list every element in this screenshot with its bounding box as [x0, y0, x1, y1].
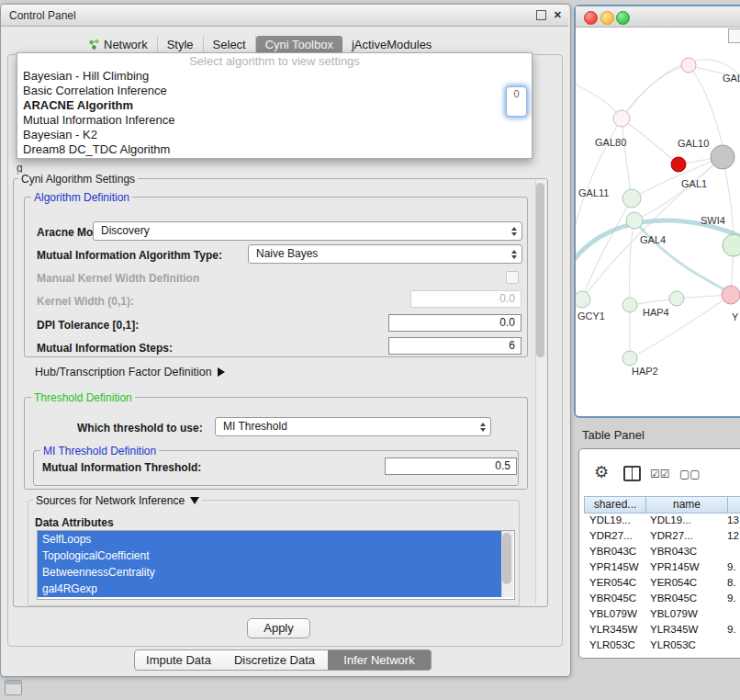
- checked-pair-icon[interactable]: ☑☑: [650, 468, 670, 480]
- aracne-mode-combo[interactable]: Discovery: [93, 221, 522, 241]
- unchecked-pair-icon[interactable]: ▢▢: [679, 468, 701, 480]
- network-node[interactable]: [722, 286, 740, 304]
- tab-style[interactable]: Style: [158, 36, 204, 53]
- tab-jactivemodules[interactable]: jActiveModules: [342, 36, 441, 53]
- table-cell[interactable]: YBR043C: [584, 544, 645, 559]
- network-canvas[interactable]: GAL80GAL10GAL11GAL1SWI4GAL4GCY1HAP4HAP2G…: [576, 27, 740, 412]
- table-cell[interactable]: 13: [725, 513, 740, 528]
- tab-infer-network[interactable]: Infer Network: [328, 649, 432, 671]
- table-row[interactable]: YBR043CYBR043C: [584, 544, 740, 559]
- network-scrollbar-button[interactable]: [728, 28, 740, 43]
- collapsed-panel-icon[interactable]: [5, 680, 22, 695]
- table-cell[interactable]: YDR27...: [584, 528, 645, 544]
- column-header[interactable]: name: [646, 496, 728, 514]
- network-node[interactable]: [626, 212, 643, 229]
- tab-discretize-data[interactable]: Discretize Data: [221, 649, 329, 671]
- table-cell[interactable]: YDR27...: [645, 528, 725, 544]
- sources-section-toggle[interactable]: Sources for Network Inference: [33, 494, 202, 507]
- table-cell[interactable]: YER054C: [584, 575, 645, 591]
- table-cell[interactable]: 8.: [725, 575, 740, 591]
- column-header[interactable]: shared...: [584, 496, 646, 514]
- table-cell[interactable]: YDL19...: [584, 513, 645, 528]
- tab-network[interactable]: Network: [79, 36, 158, 53]
- close-traffic-light[interactable]: [584, 11, 598, 25]
- dpi-tolerance-field[interactable]: 0.0: [388, 314, 521, 332]
- network-node[interactable]: [576, 291, 590, 308]
- table-cell[interactable]: [725, 544, 740, 559]
- table-cell[interactable]: YLR053C: [645, 638, 725, 650]
- table-row[interactable]: YPR145WYPR145W9.: [584, 559, 740, 575]
- close-icon[interactable]: ✕: [554, 9, 562, 21]
- popup-item[interactable]: Dream8 DC_TDC Algorithm: [17, 142, 532, 157]
- table-cell[interactable]: YLR345W: [584, 622, 645, 638]
- table-row[interactable]: YER054CYER054C8.: [584, 575, 740, 591]
- minimize-traffic-light[interactable]: [600, 11, 614, 25]
- list-item[interactable]: BetweennessCentrality: [38, 564, 505, 581]
- gear-icon[interactable]: ⚙: [594, 462, 609, 482]
- table-cell[interactable]: [725, 606, 740, 622]
- table-cell[interactable]: YPR145W: [645, 559, 725, 575]
- network-node[interactable]: [613, 110, 630, 127]
- column-header[interactable]: [728, 496, 740, 514]
- tab-select[interactable]: Select: [204, 36, 256, 53]
- table-row[interactable]: YDL19...YDL19...13: [584, 513, 740, 528]
- top-tab-bar: Network Style Select Cyni Toolbox jActiv…: [79, 35, 441, 54]
- table-cell[interactable]: [725, 638, 740, 650]
- table-row[interactable]: YBR045CYBR045C9.: [584, 591, 740, 606]
- popup-item-selected[interactable]: ARACNE Algorithm: [17, 98, 532, 113]
- hub-section-toggle[interactable]: Hub/Transcription Factor Definition: [35, 366, 225, 378]
- node-label: GAL4: [640, 234, 666, 245]
- network-node[interactable]: [723, 234, 740, 256]
- table-cell[interactable]: YLR345W: [645, 622, 725, 638]
- table-row[interactable]: YBL079WYBL079W: [584, 606, 740, 622]
- table-cell[interactable]: YDL19...: [645, 513, 725, 528]
- network-node[interactable]: [711, 145, 734, 169]
- manual-kernel-checkbox[interactable]: [506, 271, 519, 284]
- table-cell[interactable]: YBR043C: [645, 544, 725, 559]
- network-node[interactable]: [622, 189, 641, 208]
- tab-cyni-toolbox[interactable]: Cyni Toolbox: [256, 36, 342, 53]
- apply-button[interactable]: Apply: [247, 618, 310, 638]
- network-node[interactable]: [681, 58, 696, 73]
- table-row[interactable]: YDR27...YDR27...12: [584, 528, 740, 544]
- table-cell[interactable]: YER054C: [645, 575, 725, 591]
- network-node[interactable]: [622, 351, 637, 366]
- table-cell[interactable]: 12: [725, 528, 740, 544]
- mi-type-combo[interactable]: Naive Bayes: [248, 244, 522, 264]
- list-scrollbar-thumb[interactable]: [502, 533, 511, 584]
- table-cell[interactable]: YBL079W: [584, 606, 645, 622]
- network-node[interactable]: [622, 298, 637, 312]
- kernel-width-field[interactable]: 0.0: [410, 290, 521, 308]
- table-cell[interactable]: YLR053C: [584, 638, 645, 650]
- popup-item[interactable]: Bayesian - Hill Climbing: [17, 69, 532, 84]
- mi-threshold-field[interactable]: 0.5: [385, 457, 517, 475]
- list-item[interactable]: gal4RGexp: [38, 581, 505, 597]
- popup-item[interactable]: Bayesian - K2: [17, 128, 532, 142]
- table-cell[interactable]: 9.: [725, 622, 740, 638]
- list-item[interactable]: TopologicalCoefficient: [38, 548, 505, 564]
- table-cell[interactable]: YPR145W: [584, 559, 645, 575]
- table-row[interactable]: YLR345WYLR345W9.: [584, 622, 740, 638]
- which-threshold-label: Which threshold to use:: [77, 422, 203, 435]
- network-node[interactable]: [669, 291, 684, 306]
- popup-item[interactable]: Basic Correlation Inference: [17, 84, 532, 98]
- zoom-traffic-light[interactable]: [616, 11, 630, 25]
- table-cell[interactable]: YBL079W: [645, 606, 725, 622]
- table-row[interactable]: YLR053CYLR053C: [584, 638, 740, 650]
- list-item[interactable]: SelfLoops: [38, 531, 505, 548]
- popup-item[interactable]: Mutual Information Inference: [17, 113, 532, 128]
- float-window-icon[interactable]: [536, 10, 546, 20]
- which-threshold-combo[interactable]: MI Threshold: [215, 417, 491, 436]
- table-cell[interactable]: YBR045C: [584, 591, 645, 606]
- table-cell[interactable]: 9.: [725, 591, 740, 606]
- table-cell[interactable]: YBR045C: [645, 591, 725, 606]
- node-label: GAL11: [578, 187, 609, 198]
- mi-steps-field[interactable]: 6: [388, 337, 521, 355]
- network-node[interactable]: [671, 157, 686, 172]
- node-label: HAP4: [643, 307, 669, 318]
- spinner-field[interactable]: 0: [506, 86, 527, 117]
- settings-scrollbar-thumb[interactable]: [536, 183, 544, 357]
- columns-icon[interactable]: [623, 466, 641, 481]
- tab-impute-data[interactable]: Impute Data: [134, 649, 223, 671]
- table-cell[interactable]: 9.: [725, 559, 740, 575]
